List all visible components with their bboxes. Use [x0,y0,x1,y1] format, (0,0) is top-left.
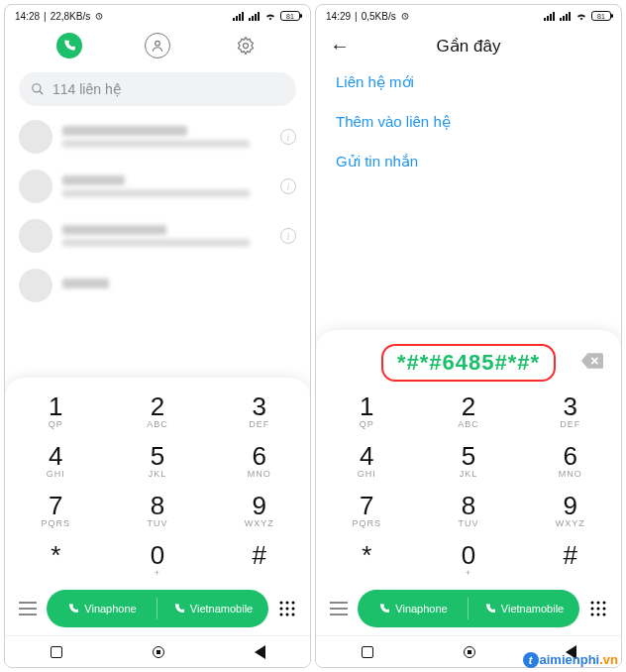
svg-point-10 [280,614,283,616]
search-input[interactable]: 114 liên hệ [19,72,296,106]
nav-recent[interactable] [362,646,373,658]
info-icon[interactable]: i [280,129,296,145]
svg-point-14 [591,602,594,605]
key-9[interactable]: 9WXYZ [208,485,310,534]
phone-icon [62,39,76,53]
key-3[interactable]: 3DEF [519,386,621,435]
key-5[interactable]: 5JKL [418,435,520,485]
avatar [19,269,52,302]
status-net: 0,5KB/s [362,11,396,22]
status-time: 14:29 [326,11,351,22]
key-hash[interactable]: # [519,534,621,584]
key-8[interactable]: 8TUV [107,485,209,534]
menu-icon[interactable] [326,596,352,621]
alarm-icon [400,11,410,21]
key-hash[interactable]: # [208,534,310,584]
svg-point-2 [244,44,249,49]
svg-point-15 [597,602,600,605]
svg-point-17 [591,608,594,611]
contacts-list[interactable]: i i i [5,112,310,378]
key-5[interactable]: 5JKL [107,435,209,485]
wifi-icon [264,11,276,21]
key-2[interactable]: 2ABC [418,386,520,435]
key-8[interactable]: 8TUV [418,485,520,534]
list-item[interactable]: i [5,162,310,211]
key-6[interactable]: 6MNO [519,435,621,485]
key-7[interactable]: 7PQRS [5,485,107,534]
tab-contacts[interactable] [145,33,170,58]
link-new-contact[interactable]: Liên hệ mới [336,73,601,91]
svg-point-7 [280,608,283,611]
link-send-sms[interactable]: Gửi tin nhắn [336,153,601,170]
watermark: taimienphi.vn [523,652,618,668]
call-buttons: Vinaphone Vietnamobile [358,590,579,627]
key-4[interactable]: 4GHI [316,435,418,485]
svg-point-22 [603,614,606,616]
call-sim1-button[interactable]: Vinaphone [47,590,157,627]
battery-icon: 81 [591,11,611,21]
key-2[interactable]: 2ABC [107,386,209,435]
call-sim2-button[interactable]: Vietnamobile [469,590,579,627]
dialpad-toggle-icon[interactable] [585,596,611,621]
svg-point-5 [286,602,289,605]
svg-point-12 [292,614,295,616]
phone-screen-right: 14:29 | 0,5KB/s 81 ← Gần đây Liên hệ mới… [315,4,622,668]
phone-screen-left: 14:28 | 22,8KB/s 81 114 liên hệ i [4,4,311,668]
link-add-to-contact[interactable]: Thêm vào liên hệ [336,113,601,131]
key-1[interactable]: 1QP [5,386,107,435]
info-icon[interactable]: i [280,178,296,194]
back-button[interactable]: ← [330,35,350,57]
key-7[interactable]: 7PQRS [316,485,418,534]
list-item[interactable] [5,261,310,310]
nav-home[interactable] [153,646,164,658]
tab-phone[interactable] [56,33,82,58]
status-time: 14:28 [15,11,40,22]
tab-settings[interactable] [233,33,259,58]
gear-icon [236,36,256,56]
status-bar: 14:29 | 0,5KB/s 81 [316,5,621,25]
info-icon[interactable]: i [280,228,296,244]
key-0[interactable]: 0+ [418,534,520,584]
svg-point-11 [286,614,289,616]
phone-icon [67,603,79,615]
keypad: 1QP 2ABC 3DEF 4GHI 5JKL 6MNO 7PQRS 8TUV … [316,386,621,584]
dialpad-toggle-icon[interactable] [274,596,300,621]
backspace-button[interactable] [581,353,603,373]
phone-icon [484,603,496,615]
key-1[interactable]: 1QP [316,386,418,435]
status-net: 22,8KB/s [51,11,91,22]
list-item[interactable]: i [5,112,310,162]
call-sim2-button[interactable]: Vietnamobile [157,590,268,627]
svg-point-21 [597,614,600,616]
avatar [19,120,52,154]
dialpad: *#*#6485#*#* 1QP 2ABC 3DEF 4GHI 5JKL 6MN… [316,330,621,667]
alarm-icon [94,11,104,21]
key-4[interactable]: 4GHI [5,435,107,485]
key-star[interactable]: * [5,534,107,584]
key-3[interactable]: 3DEF [208,386,310,435]
svg-point-8 [286,608,289,611]
nav-recent[interactable] [51,646,62,658]
key-6[interactable]: 6MNO [208,435,310,485]
call-sim1-button[interactable]: Vinaphone [358,590,469,627]
signal-icon [249,11,261,21]
status-bar: 14:28 | 22,8KB/s 81 [5,5,310,25]
dialpad: 1QP 2ABC 3DEF 4GHI 5JKL 6MNO 7PQRS 8TUV … [5,378,310,667]
avatar [19,219,52,253]
nav-home[interactable] [464,646,475,658]
key-star[interactable]: * [316,534,418,584]
search-icon [31,82,45,96]
signal-icon [233,11,245,21]
search-placeholder: 114 liên hệ [52,81,122,97]
key-9[interactable]: 9WXYZ [519,485,621,534]
person-icon [151,39,164,53]
svg-point-3 [33,84,41,92]
menu-icon[interactable] [15,596,41,621]
list-item[interactable]: i [5,211,310,261]
nav-back[interactable] [255,645,265,659]
key-0[interactable]: 0+ [107,534,209,584]
svg-point-1 [156,41,160,46]
dial-display: *#*#6485#*#* [316,338,621,386]
keypad: 1QP 2ABC 3DEF 4GHI 5JKL 6MNO 7PQRS 8TUV … [5,386,310,584]
battery-icon: 81 [280,11,300,21]
